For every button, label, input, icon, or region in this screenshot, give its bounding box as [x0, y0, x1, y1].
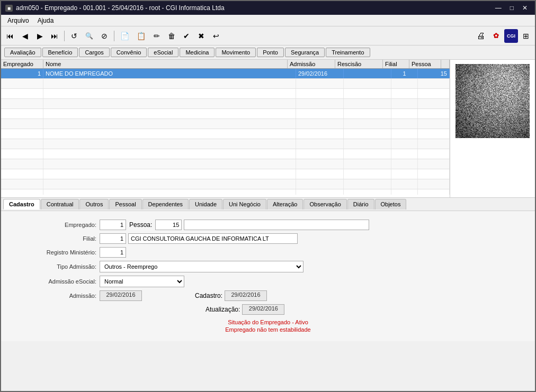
table-row[interactable] — [1, 189, 450, 195]
admissao-label: Admissão: — [12, 293, 96, 299]
tab-treinamento[interactable]: Treinamento — [326, 48, 370, 57]
new-button[interactable]: 📄 — [117, 29, 132, 43]
tab-observacao[interactable]: Observação — [303, 199, 346, 209]
separator-1 — [64, 31, 65, 41]
toolbar-right: 🖨 ✿ CGI ⊞ — [474, 29, 533, 43]
tab-dependentes[interactable]: Dependentes — [142, 199, 189, 209]
grid-body[interactable]: 1 NOME DO EMPREGADO 29/02/2016 1 15 — [1, 69, 450, 195]
next-button[interactable]: ▶ — [33, 29, 47, 43]
cell-empty — [391, 109, 418, 118]
cell-empty — [296, 169, 344, 179]
clear-filter-button[interactable]: ⊘ — [97, 29, 111, 43]
tab-medicina[interactable]: Medicina — [180, 48, 215, 57]
table-row[interactable] — [1, 159, 450, 169]
registro-label: Registro Ministério: — [12, 249, 96, 256]
cell-empty — [296, 119, 344, 129]
admissao-esocial-row: Admissão eSocial: Normal — [12, 276, 524, 287]
table-row[interactable] — [1, 149, 450, 159]
pessoa-name-input[interactable] — [184, 220, 369, 230]
delete-button[interactable]: 🗑 — [165, 29, 178, 43]
menu-arquivo[interactable]: Arquivo — [3, 16, 33, 25]
tab-diario[interactable]: Diário — [347, 199, 374, 209]
cell-empty — [1, 129, 43, 139]
col-filial: Filial — [383, 60, 409, 68]
menu-ajuda[interactable]: Ajuda — [33, 16, 58, 25]
undo-button[interactable]: ↩ — [209, 29, 223, 43]
prev-button[interactable]: ◀ — [18, 29, 32, 43]
print-button[interactable]: 🖨 — [474, 29, 488, 43]
tab-outros[interactable]: Outros — [79, 199, 109, 209]
cadastro-date: 29/02/2016 — [225, 290, 267, 301]
tab-alteracao[interactable]: Alteração — [267, 199, 303, 209]
tab-cadastro[interactable]: Cadastro — [3, 199, 40, 209]
empregado-input[interactable] — [100, 220, 126, 230]
col-admissao: Admissão — [288, 60, 335, 68]
table-row[interactable] — [1, 109, 450, 119]
copy-button[interactable]: 📋 — [133, 29, 149, 43]
cell-empty — [344, 99, 391, 108]
last-button[interactable]: ⏭ — [48, 29, 61, 43]
tab-cargos[interactable]: Cargos — [79, 48, 109, 57]
cell-empty — [43, 179, 296, 189]
tab-pessoal[interactable]: Pessoal — [109, 199, 141, 209]
minimize-button[interactable]: — — [492, 3, 505, 13]
table-row[interactable] — [1, 129, 450, 139]
cell-empty — [391, 79, 418, 88]
window-title: adm050 - Empregado - 001.001 - 25/04/201… — [16, 4, 225, 12]
table-row[interactable] — [1, 89, 450, 99]
edit-button[interactable]: ✏ — [150, 29, 164, 43]
tipo-admissao-select[interactable]: Outros - Reemprego — [100, 261, 303, 272]
cell-empty — [391, 189, 418, 195]
filial-input[interactable] — [100, 233, 126, 244]
table-row[interactable] — [1, 179, 450, 189]
close-button[interactable]: ✕ — [519, 3, 531, 13]
cell-empty — [43, 119, 296, 129]
table-row[interactable] — [1, 79, 450, 89]
cell-empty — [296, 159, 344, 169]
table-row[interactable]: 1 NOME DO EMPREGADO 29/02/2016 1 15 — [1, 69, 450, 79]
table-row[interactable] — [1, 119, 450, 129]
cell-empty — [418, 169, 450, 179]
tab-contratual[interactable]: Contratual — [41, 199, 79, 209]
cell-empty — [418, 139, 450, 149]
table-row[interactable] — [1, 99, 450, 109]
extra-button-2[interactable]: ⊞ — [519, 29, 533, 43]
cell-empty — [391, 149, 418, 159]
tab-convenio[interactable]: Convênio — [111, 48, 147, 57]
cell-empty — [1, 159, 43, 169]
cell-filial: 1 — [391, 69, 418, 78]
tab-seguranca[interactable]: Segurança — [285, 48, 325, 57]
save-button[interactable]: ✔ — [180, 29, 193, 43]
table-row[interactable] — [1, 139, 450, 149]
cgi-button[interactable]: CGI — [504, 29, 518, 43]
tipo-admissao-row: Tipo Admissão: Outros - Reemprego — [12, 261, 524, 272]
filter-button[interactable]: 🔍 — [82, 29, 96, 43]
pessoa-input[interactable] — [155, 220, 182, 230]
extra-button-1[interactable]: ✿ — [489, 29, 503, 43]
refresh-button[interactable]: ↺ — [67, 29, 81, 43]
tab-unidade[interactable]: Unidade — [189, 199, 222, 209]
filial-name-input[interactable] — [128, 233, 298, 244]
registro-input[interactable] — [100, 247, 126, 258]
tab-movimento[interactable]: Movimento — [216, 48, 256, 57]
cell-empty — [296, 99, 344, 108]
cell-empty — [418, 179, 450, 189]
tab-esocial[interactable]: eSocial — [148, 48, 178, 57]
tab-avaliacao[interactable]: Avaliação — [4, 48, 41, 57]
table-row[interactable] — [1, 169, 450, 179]
cell-empty — [344, 169, 391, 179]
admissao-esocial-select[interactable]: Normal — [100, 276, 184, 287]
tab-uninegocio[interactable]: Uni Negócio — [223, 199, 266, 209]
col-empregado: Empregado — [1, 60, 43, 68]
cancel-button[interactable]: ✖ — [194, 29, 208, 43]
tab-objetos[interactable]: Objetos — [375, 199, 407, 209]
cell-empty — [1, 79, 43, 88]
cell-empty — [296, 179, 344, 189]
tab-ponto[interactable]: Ponto — [257, 48, 284, 57]
cell-empty — [391, 129, 418, 139]
first-button[interactable]: ⏮ — [3, 29, 17, 43]
maximize-button[interactable]: □ — [507, 3, 517, 13]
tab-beneficio[interactable]: Benefício — [42, 48, 78, 57]
tipo-admissao-label: Tipo Admissão: — [12, 263, 96, 270]
cell-empty — [344, 179, 391, 189]
